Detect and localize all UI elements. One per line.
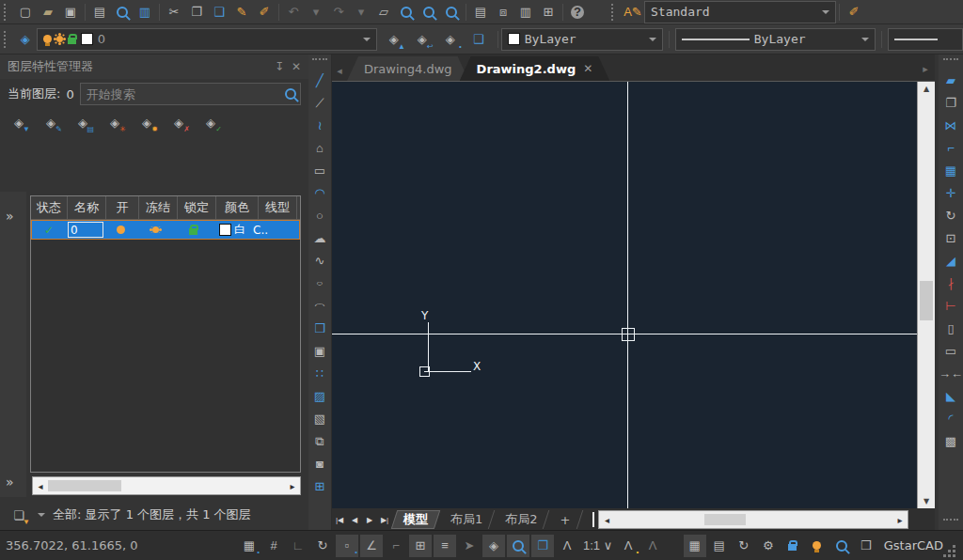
revcloud-button[interactable]: ☁ — [309, 226, 330, 249]
cut-button[interactable]: ✂ — [163, 2, 185, 23]
xline-button[interactable]: ⟋ — [309, 91, 330, 114]
print-preview-button[interactable] — [111, 2, 134, 23]
table-button[interactable]: ⊞ — [309, 474, 330, 497]
layer-name-edit[interactable]: 0 — [68, 222, 103, 238]
hatch-button[interactable]: ▨ — [309, 384, 330, 407]
calculator-button[interactable]: ⊞ — [537, 2, 560, 23]
chevron-down-icon[interactable] — [861, 38, 869, 45]
tab-scroll-left-icon[interactable]: ◂ — [332, 60, 347, 81]
design-center-button[interactable]: ⧈ — [492, 2, 514, 23]
toolbar-drag-grip[interactable] — [312, 58, 327, 65]
trim-button[interactable]: ∤ — [940, 272, 961, 294]
scroll-up-icon[interactable]: ▲ — [918, 85, 935, 93]
collapse-filter-tree-button[interactable]: » — [6, 209, 14, 224]
next-layout-button[interactable]: ▶ — [362, 511, 377, 528]
extend-button[interactable]: ⊢ — [940, 294, 961, 317]
column-lock[interactable]: 锁定 — [178, 196, 216, 219]
zoom-window-button[interactable] — [418, 2, 440, 23]
pin-icon[interactable]: ↧ — [275, 60, 284, 73]
layer-table-hscrollbar[interactable]: ◂ ▸ — [32, 476, 301, 495]
ellipse-arc-button[interactable]: ◠ — [309, 294, 330, 317]
settings-gear-button[interactable]: ⚙ — [757, 535, 780, 557]
scroll-right-icon[interactable]: ▸ — [892, 515, 908, 525]
grid-display-button[interactable]: # — [262, 535, 285, 557]
zoom-previous-button[interactable] — [440, 2, 463, 23]
redo-menu-caret[interactable]: ▾ — [350, 2, 372, 23]
lineweight-display-button[interactable]: ≡ — [434, 535, 456, 557]
tool-palettes-button[interactable]: ▥ — [514, 2, 537, 23]
mirror-button[interactable]: ⋈ — [940, 114, 961, 136]
annotation-visibility-button[interactable]: Λ — [556, 535, 578, 557]
layer-freeze-icon[interactable] — [152, 226, 159, 233]
offset-button[interactable]: ⌐ — [940, 136, 961, 159]
set-current-layer-button[interactable]: ◈✓ — [199, 112, 222, 132]
layer-color-swatch[interactable] — [219, 224, 231, 236]
zoom-realtime-button[interactable] — [395, 2, 418, 23]
collapse-filter-bottom-button[interactable]: » — [6, 474, 14, 490]
tab-layout1[interactable]: 布局1 — [439, 509, 494, 530]
scroll-left-icon[interactable]: ◂ — [599, 515, 614, 525]
copy-object-button[interactable]: ❐ — [940, 91, 961, 114]
layer-linetype-value[interactable]: C.. — [253, 224, 268, 237]
isolate-objects-button[interactable] — [806, 535, 829, 557]
wipeout-button[interactable]: ◙ — [309, 452, 330, 474]
make-block-button[interactable]: ▣ — [309, 339, 330, 362]
print-button[interactable]: ▤ — [88, 2, 111, 23]
snap-mode-button[interactable]: ▦• — [238, 535, 260, 557]
text-style-button[interactable]: A✎ — [622, 2, 644, 23]
toolbar-drag-grip[interactable] — [943, 58, 958, 65]
redo-button[interactable]: ↷ — [327, 2, 350, 23]
layer-row-0[interactable]: ✓ 0 白 C.. — [31, 220, 300, 240]
scroll-left-icon[interactable]: ◂ — [33, 481, 48, 491]
auto-annotation-button[interactable]: Λ• — [617, 535, 639, 557]
lineweight-combo[interactable] — [888, 28, 963, 51]
column-on[interactable]: 开 — [106, 196, 139, 219]
match-properties-button[interactable]: ✎ — [230, 2, 253, 23]
color-combo[interactable]: ByLayer — [501, 28, 663, 51]
chevron-down-icon[interactable] — [649, 38, 656, 45]
new-file-button[interactable]: ▢ — [14, 2, 37, 23]
annotation-zoom-button[interactable] — [507, 535, 529, 557]
join-button[interactable]: →← — [940, 362, 961, 384]
annotation-sync-button[interactable]: Λ — [641, 535, 664, 557]
scroll-right-icon[interactable]: ▸ — [285, 481, 300, 491]
layer-translate-button[interactable]: ❑ — [467, 29, 490, 50]
arc-button[interactable]: ◠ — [309, 181, 330, 204]
search-icon[interactable] — [285, 88, 296, 100]
object-snap-button[interactable]: ▫• — [336, 535, 358, 557]
polar-tracking-button[interactable]: ↻ — [311, 535, 334, 557]
chevron-down-icon[interactable] — [38, 513, 45, 521]
scrollbar-thumb[interactable] — [920, 281, 933, 320]
transparency-button[interactable]: ◈ — [482, 535, 505, 557]
move-button[interactable]: ✛ — [940, 181, 961, 204]
plot-button[interactable]: ▥ — [134, 2, 156, 23]
explode-button[interactable]: ▩ — [940, 429, 961, 452]
new-layer-button[interactable]: ◈✳ — [103, 112, 126, 132]
pan-button[interactable]: ▱ — [372, 2, 395, 23]
grid-settings-button[interactable]: ▦ — [684, 535, 706, 557]
window-resize-grip[interactable] — [953, 554, 955, 557]
toolbar-drag-grip[interactable] — [611, 4, 618, 21]
first-layout-button[interactable]: |◀ — [332, 511, 347, 528]
chevron-down-icon[interactable] — [363, 38, 371, 45]
spline-button[interactable]: ∿ — [309, 249, 330, 272]
fillet-button[interactable]: ◜ — [940, 407, 961, 429]
linetype-combo[interactable]: ByLayer — [675, 28, 876, 51]
column-color[interactable]: 颜色 — [216, 196, 259, 219]
layer-properties-button[interactable]: ◈ — [14, 29, 37, 50]
tab-scroll-right-icon[interactable]: ▸ — [918, 58, 933, 79]
column-linetype[interactable]: 线型 — [259, 196, 297, 219]
rotate-button[interactable]: ↻ — [940, 204, 961, 226]
angle-snap-button[interactable]: ∠ — [360, 535, 383, 557]
undo-button[interactable]: ↶ — [282, 2, 305, 23]
dim-style-button[interactable]: ✐ — [843, 2, 865, 23]
layer-previous-button[interactable]: ◈↩ — [411, 29, 434, 50]
new-frozen-layer-button[interactable]: ◈✹ — [135, 112, 158, 132]
ortho-mode-button[interactable]: ∟ — [287, 535, 309, 557]
prev-layout-button[interactable]: ◀ — [347, 511, 362, 528]
tab-drawing4[interactable]: Drawing4.dwg — [347, 56, 469, 81]
array-button[interactable]: ▦ — [940, 159, 961, 181]
last-layout-button[interactable]: ▶| — [377, 511, 392, 528]
object-search-button[interactable] — [830, 535, 853, 557]
break-at-point-button[interactable]: ▯ — [940, 317, 961, 339]
